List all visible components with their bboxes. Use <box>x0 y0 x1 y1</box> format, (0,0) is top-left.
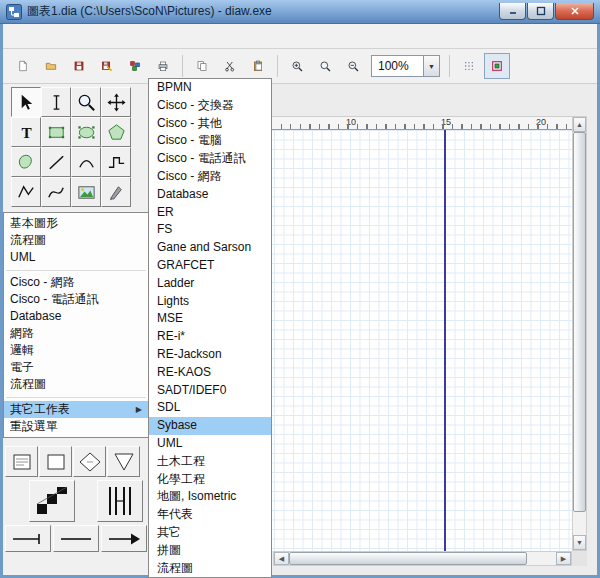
submenu-item[interactable]: 地圖, Isometric <box>149 488 271 506</box>
submenu-item[interactable]: Cisco - 網路 <box>149 168 271 186</box>
zigzagline-tool-button[interactable] <box>101 147 131 177</box>
snap-to-grid-button[interactable] <box>484 53 510 79</box>
submenu-item[interactable]: FS <box>149 221 271 239</box>
box-tool-button[interactable] <box>41 117 71 147</box>
submenu-item[interactable]: 流程圖 <box>149 560 271 578</box>
sheet-menu-item[interactable]: 重設選單 <box>4 418 148 435</box>
line-style-tee-button[interactable] <box>5 525 51 552</box>
sheet-menu-item[interactable]: Database <box>4 308 148 325</box>
scroll-left-button[interactable]: ◀ <box>274 552 289 565</box>
maximize-button[interactable] <box>527 3 554 20</box>
shape-triangle-button[interactable] <box>107 446 140 477</box>
submenu-item[interactable]: 拼圖 <box>149 542 271 560</box>
sheet-menu-item[interactable]: 網路 <box>4 325 148 342</box>
submenu-item[interactable]: UML <box>149 435 271 453</box>
zoom-combobox[interactable]: 100% ▼ <box>371 55 440 77</box>
menu-item[interactable] <box>63 33 77 39</box>
submenu-item[interactable]: SDL <box>149 399 271 417</box>
shape-diamond-button[interactable] <box>73 446 106 477</box>
textedit-tool-button[interactable] <box>41 87 71 117</box>
sheet-menu-item[interactable]: 基本圖形 <box>4 215 148 232</box>
shape-rect-button[interactable] <box>39 446 72 477</box>
arc-tool-button[interactable] <box>71 147 101 177</box>
submenu-item[interactable]: ER <box>149 204 271 222</box>
menu-item[interactable] <box>77 33 91 39</box>
horizontal-scrollbar[interactable]: ◀ ▶ <box>273 551 572 566</box>
sheet-menu-item[interactable]: 流程圖 <box>4 232 148 249</box>
modify-tool-button[interactable] <box>11 87 41 117</box>
submenu-item[interactable]: Sybase <box>149 417 271 435</box>
line-style-arrow-button[interactable] <box>101 525 147 552</box>
ellipse-tool-button[interactable] <box>71 117 101 147</box>
copy-button[interactable] <box>189 53 215 79</box>
submenu-item[interactable]: Database <box>149 186 271 204</box>
shape-box-button[interactable] <box>5 446 38 477</box>
menu-item[interactable] <box>21 33 35 39</box>
submenu-item[interactable]: SADT/IDEF0 <box>149 382 271 400</box>
submenu-item[interactable]: Lights <box>149 293 271 311</box>
sheet-menu-item[interactable] <box>4 393 148 401</box>
sheet-menu-item[interactable]: 流程圖 <box>4 376 148 393</box>
submenu-item[interactable]: Cisco - 電話通訊 <box>149 150 271 168</box>
minimize-button[interactable] <box>499 3 526 20</box>
submenu-item[interactable]: RE-i* <box>149 328 271 346</box>
save-button[interactable] <box>66 53 92 79</box>
menu-item[interactable] <box>119 33 133 39</box>
sheet-menu-item[interactable]: 邏輯 <box>4 342 148 359</box>
vertical-scrollbar[interactable]: ▲ ▼ <box>572 116 587 551</box>
text-tool-button[interactable]: T <box>11 117 41 147</box>
outline-tool-button[interactable] <box>101 177 131 207</box>
menu-item[interactable] <box>91 33 105 39</box>
sheet-menu-item[interactable]: 電子 <box>4 359 148 376</box>
new-document-button[interactable] <box>10 53 36 79</box>
submenu-item[interactable]: Gane and Sarson <box>149 239 271 257</box>
menu-item[interactable] <box>7 33 21 39</box>
shape-stairs-button[interactable] <box>29 480 75 522</box>
zoom-button[interactable] <box>312 53 338 79</box>
open-button[interactable] <box>38 53 64 79</box>
sheet-menu-item[interactable]: UML <box>4 249 148 266</box>
sheet-menu-item[interactable]: 其它工作表 ▶ <box>4 401 148 418</box>
cut-button[interactable] <box>217 53 243 79</box>
sheet-menu-item[interactable] <box>4 266 148 274</box>
submenu-item[interactable]: Cisco - 其他 <box>149 115 271 133</box>
submenu-item[interactable]: 其它 <box>149 524 271 542</box>
image-tool-button[interactable] <box>71 177 101 207</box>
submenu-item[interactable]: Cisco - 電腦 <box>149 132 271 150</box>
zoom-dropdown-arrow-icon[interactable]: ▼ <box>423 55 440 77</box>
grid-toggle-button[interactable] <box>456 53 482 79</box>
menu-item[interactable] <box>35 33 49 39</box>
paste-button[interactable] <box>245 53 271 79</box>
submenu-item[interactable]: RE-Jackson <box>149 346 271 364</box>
export-button[interactable] <box>122 53 148 79</box>
scroll-tool-button[interactable] <box>101 87 131 117</box>
horizontal-scroll-thumb[interactable] <box>289 552 527 565</box>
submenu-item[interactable]: 年代表 <box>149 506 271 524</box>
titlebar[interactable]: 圖表1.dia (C:\Users\ScoN\Pictures) - diaw.… <box>0 0 600 24</box>
scroll-up-button[interactable]: ▲ <box>573 117 586 132</box>
polyline-tool-button[interactable] <box>11 177 41 207</box>
submenu-item[interactable]: 土木工程 <box>149 453 271 471</box>
scroll-down-button[interactable]: ▼ <box>573 535 586 550</box>
menu-item[interactable] <box>105 33 119 39</box>
sheet-menu-item[interactable]: Cisco - 電話通訊 <box>4 291 148 308</box>
submenu-item[interactable]: 化學工程 <box>149 471 271 489</box>
polygon-tool-button[interactable] <box>101 117 131 147</box>
beziergon-tool-button[interactable] <box>11 147 41 177</box>
menu-item[interactable] <box>49 33 63 39</box>
sheet-menu-item[interactable]: Cisco - 網路 <box>4 274 148 291</box>
zoom-in-button[interactable] <box>284 53 310 79</box>
submenu-item[interactable]: Cisco - 交換器 <box>149 97 271 115</box>
close-button[interactable] <box>555 3 594 20</box>
scroll-right-button[interactable]: ▶ <box>556 552 571 565</box>
zoom-value[interactable]: 100% <box>371 55 423 77</box>
submenu-item[interactable]: RE-KAOS <box>149 364 271 382</box>
vertical-scroll-thumb[interactable] <box>573 132 586 512</box>
submenu-item[interactable]: BPMN <box>149 79 271 97</box>
print-button[interactable] <box>150 53 176 79</box>
submenu-item[interactable]: GRAFCET <box>149 257 271 275</box>
submenu-item[interactable]: MSE <box>149 310 271 328</box>
zoom-out-button[interactable] <box>340 53 366 79</box>
bezierline-tool-button[interactable] <box>41 177 71 207</box>
line-tool-button[interactable] <box>41 147 71 177</box>
